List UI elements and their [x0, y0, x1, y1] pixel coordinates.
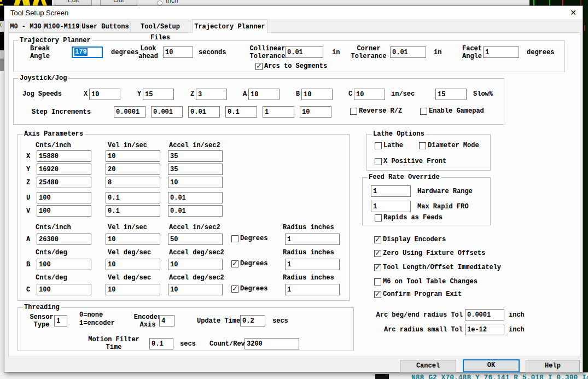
count-rev-input[interactable] — [244, 338, 299, 349]
encoder-axis-input[interactable] — [159, 315, 174, 326]
axis-c-label: C — [26, 286, 30, 294]
step-increment-2-input[interactable] — [151, 106, 183, 118]
m6-tool-table-checkbox[interactable] — [374, 278, 381, 285]
x-vel-input[interactable] — [106, 150, 160, 162]
step-increment-4-input[interactable] — [225, 106, 257, 118]
y-cnts-input[interactable] — [37, 164, 91, 175]
jog-speed-z-input[interactable] — [196, 89, 227, 100]
look-ahead-unit: seconds — [199, 49, 226, 56]
collinear-tolerance-label: Collinear Tolerance — [243, 45, 292, 60]
facet-angle-input[interactable] — [483, 46, 519, 58]
a-cnts-input[interactable] — [37, 234, 91, 245]
look-ahead-input[interactable] — [163, 46, 193, 58]
u-accel-input[interactable] — [168, 192, 223, 203]
hardware-range-input[interactable] — [371, 185, 411, 197]
close-icon[interactable]: ✕ — [568, 8, 578, 17]
axis-b-label: B — [26, 261, 30, 269]
tab-m100-m119[interactable]: M100-M119 — [43, 21, 80, 33]
z-vel-input[interactable] — [106, 177, 160, 188]
inch-radio-label: Inch — [166, 0, 178, 4]
update-time-input[interactable] — [240, 315, 265, 326]
display-encoders-checkbox[interactable] — [374, 236, 381, 243]
jog-slow-input[interactable] — [435, 89, 467, 100]
background-edit-button[interactable]: Edit — [55, 0, 92, 5]
u-cnts-input[interactable] — [37, 192, 91, 203]
jog-speed-a-input[interactable] — [248, 89, 280, 100]
sensor-type-input[interactable] — [54, 315, 67, 326]
confirm-program-exit-checkbox[interactable] — [374, 291, 381, 298]
jog-axis-z-label: Z — [190, 90, 194, 98]
c-degrees-checkbox[interactable] — [231, 285, 238, 293]
ok-button[interactable]: OK — [463, 359, 520, 372]
tab-tool-setup-files[interactable]: Tool/Setup Files — [130, 21, 190, 33]
rapids-as-feeds-checkbox[interactable] — [375, 214, 382, 221]
arc-beg-end-tol-input[interactable] — [465, 309, 504, 320]
step-increment-5-input[interactable] — [263, 106, 294, 118]
u-vel-input[interactable] — [106, 192, 160, 203]
jog-speed-x-input[interactable] — [89, 89, 120, 100]
x-accel-input[interactable] — [168, 150, 223, 162]
zero-using-fixture-offsets-checkbox[interactable] — [374, 250, 381, 257]
background-out-button[interactable]: Out — [100, 0, 137, 5]
tool-setup-dialog: Tool Setup Screen ✕ M0 - M30 M100-M119 U… — [4, 5, 583, 372]
diameter-mode-checkbox[interactable] — [419, 142, 426, 149]
sensor-note-2: 1=encoder — [79, 319, 115, 327]
a-accel-input[interactable] — [168, 234, 223, 245]
collinear-tolerance-input[interactable] — [285, 46, 323, 58]
trajectory-planner-group: Trajectory Planner Break Angle 179 degre… — [13, 40, 565, 72]
cancel-button[interactable]: Cancel — [400, 360, 456, 372]
v-cnts-input[interactable] — [37, 205, 91, 217]
jog-speed-c-input[interactable] — [354, 89, 385, 100]
jog-axis-b-label: B — [296, 90, 300, 98]
x-positive-front-checkbox[interactable] — [375, 158, 382, 165]
c-radius-input[interactable] — [285, 284, 340, 295]
c-vel-input[interactable] — [106, 284, 160, 295]
b-degrees-checkbox[interactable] — [231, 260, 238, 267]
max-rapid-fro-input[interactable] — [371, 201, 411, 212]
z-accel-input[interactable] — [168, 177, 223, 188]
m6-tool-table-row: M6 on Tool Table Changes — [374, 278, 478, 285]
jog-speed-b-input[interactable] — [301, 89, 333, 100]
reverse-rz-checkbox[interactable] — [350, 108, 357, 115]
b-radius-input[interactable] — [285, 259, 340, 270]
enable-gamepad-row: Enable Gamepad — [420, 107, 484, 115]
tool-length-offset-checkbox[interactable] — [374, 264, 381, 271]
break-angle-input[interactable]: 179 — [72, 46, 103, 58]
a-degrees-checkbox[interactable] — [231, 235, 238, 242]
step-increment-1-input[interactable] — [114, 106, 145, 118]
b-vel-input[interactable] — [106, 259, 160, 270]
corner-tolerance-input[interactable] — [390, 46, 426, 58]
jog-axis-y-label: Y — [137, 90, 141, 98]
lathe-checkbox[interactable] — [375, 142, 382, 149]
lathe-label: Lathe — [383, 142, 403, 149]
help-button[interactable]: Help — [526, 360, 580, 372]
a-vel-input[interactable] — [106, 234, 160, 245]
tab-trajectory-planner[interactable]: Trajectory Planner — [192, 19, 267, 33]
b-radius-header: Radius inches — [283, 249, 334, 256]
arc-radius-small-tol-input[interactable] — [465, 324, 504, 335]
b-cnts-input[interactable] — [37, 259, 91, 270]
tab-user-buttons[interactable]: User Buttons — [80, 21, 130, 33]
inch-radio[interactable] — [157, 1, 162, 5]
enable-gamepad-checkbox[interactable] — [420, 108, 427, 115]
c-accel-input[interactable] — [168, 284, 223, 295]
jog-speed-y-input[interactable] — [143, 89, 174, 100]
step-increment-6-input[interactable] — [300, 106, 331, 118]
motion-filter-time-input[interactable] — [149, 338, 173, 349]
jog-axis-c-label: C — [348, 90, 352, 98]
a-degrees-label: Degrees — [240, 235, 267, 242]
b-accel-input[interactable] — [168, 259, 223, 270]
v-vel-input[interactable] — [106, 205, 160, 217]
c-cnts-input[interactable] — [37, 284, 91, 295]
step-increment-3-input[interactable] — [188, 106, 220, 118]
y-accel-input[interactable] — [168, 164, 223, 175]
dialog-title: Tool Setup Screen — [10, 9, 68, 17]
z-cnts-input[interactable] — [37, 177, 91, 188]
v-accel-input[interactable] — [168, 205, 223, 217]
x-cnts-input[interactable] — [37, 150, 91, 162]
y-vel-input[interactable] — [106, 164, 160, 175]
a-radius-input[interactable] — [285, 234, 340, 245]
tab-m0-m30[interactable]: M0 - M30 — [8, 21, 43, 33]
threading-group: Threading Sensor Type 0=none 1=encoder E… — [18, 307, 354, 351]
arcs-to-segments-checkbox[interactable] — [255, 63, 263, 70]
